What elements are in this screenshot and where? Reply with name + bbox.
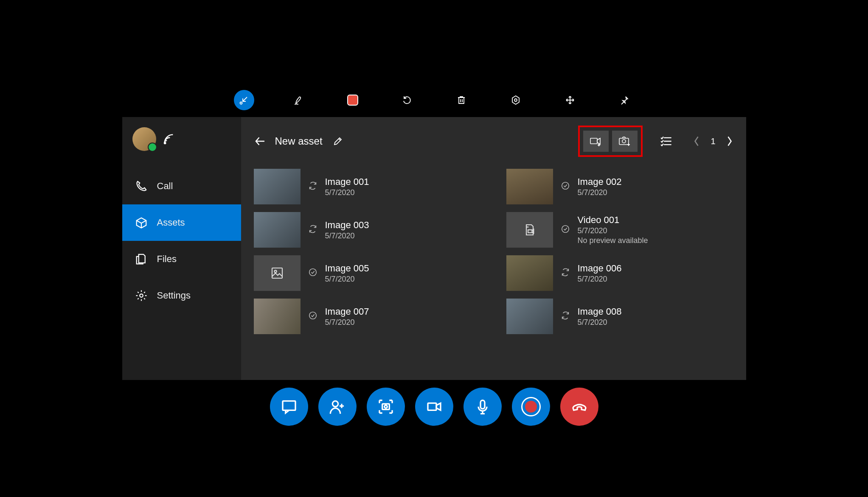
nav-label: Assets	[157, 217, 185, 228]
asset-date: 5/7/2020	[578, 188, 622, 197]
move-tool-button[interactable]	[560, 90, 580, 110]
asset-item[interactable]: Image 0025/7/2020	[506, 169, 733, 204]
asset-item[interactable]: Image 0055/7/2020	[254, 255, 481, 291]
page-title: New asset	[275, 135, 323, 147]
asset-item[interactable]: Video 0015/7/2020No preview available	[506, 212, 733, 248]
prev-page-button[interactable]	[693, 135, 700, 147]
svg-point-11	[274, 270, 276, 272]
nav-item-call[interactable]: Call	[122, 168, 241, 204]
svg-point-2	[164, 142, 166, 144]
record-button[interactable]	[512, 388, 550, 426]
ink-pen-icon	[293, 95, 303, 105]
capture-buttons-highlight	[578, 126, 643, 157]
undo-tool-button[interactable]	[397, 90, 417, 110]
stop-tool-button[interactable]	[343, 90, 363, 110]
stop-icon	[347, 95, 358, 106]
mic-toggle-button[interactable]	[463, 388, 502, 426]
nav-item-settings[interactable]: Settings	[122, 277, 241, 314]
asset-thumbnail	[254, 255, 301, 291]
asset-item[interactable]: Image 0035/7/2020	[254, 212, 481, 248]
asset-date: 5/7/2020	[325, 232, 369, 240]
back-button[interactable]	[254, 135, 267, 148]
asset-item[interactable]: Image 0065/7/2020	[506, 255, 733, 291]
chat-button[interactable]	[270, 388, 308, 426]
asset-thumbnail	[254, 212, 301, 248]
settings-tool-button[interactable]	[506, 90, 526, 110]
asset-item[interactable]: Image 0015/7/2020	[254, 169, 481, 204]
nav-item-assets[interactable]: Assets	[122, 204, 241, 241]
trash-icon	[456, 95, 466, 105]
collapse-tool-button[interactable]	[234, 90, 254, 110]
svg-rect-18	[428, 403, 436, 410]
gear-icon	[135, 289, 148, 302]
asset-date: 5/7/2020	[578, 226, 648, 235]
add-participant-button[interactable]	[318, 388, 357, 426]
asset-name: Image 001	[325, 176, 369, 187]
add-photo-button[interactable]	[612, 131, 638, 152]
package-icon	[135, 216, 148, 229]
svg-point-12	[309, 269, 316, 276]
asset-thumbnail	[506, 255, 553, 291]
asset-name: Image 005	[325, 263, 369, 274]
svg-point-9	[562, 226, 569, 233]
asset-name: Image 003	[325, 220, 369, 231]
svg-rect-8	[528, 230, 532, 233]
asset-thumbnail	[254, 299, 301, 334]
asset-meta: Image 0085/7/2020	[578, 306, 622, 327]
nav-item-files[interactable]: Files	[122, 241, 241, 277]
person-plus-icon	[329, 398, 346, 415]
collapse-arrow-icon	[239, 95, 249, 105]
done-status-icon	[308, 268, 317, 279]
asset-name: Image 007	[325, 306, 369, 317]
video-toggle-button[interactable]	[415, 388, 453, 426]
sync-status-icon	[561, 268, 570, 279]
page-number: 1	[711, 137, 715, 146]
pager: 1	[693, 135, 733, 147]
content-area: New asset 1	[241, 117, 746, 380]
nav-label: Call	[157, 181, 173, 192]
add-video-button[interactable]	[583, 131, 609, 152]
asset-note: No preview available	[578, 236, 648, 245]
svg-point-1	[514, 99, 517, 101]
files-icon	[135, 253, 148, 265]
move-arrows-icon	[565, 95, 575, 105]
asset-thumbnail	[506, 212, 553, 248]
signal-strength-icon	[163, 133, 175, 145]
camera-frame-icon	[377, 398, 394, 415]
call-controls-bar	[122, 388, 746, 426]
svg-point-13	[309, 312, 316, 319]
hexagon-gear-icon	[511, 95, 521, 105]
record-icon	[521, 397, 541, 416]
asset-meta: Image 0035/7/2020	[325, 220, 369, 240]
list-view-toggle[interactable]	[660, 136, 672, 146]
next-page-button[interactable]	[726, 135, 733, 147]
sync-status-icon	[561, 311, 570, 322]
nav-list: Call Assets Files Settings	[122, 168, 241, 314]
asset-date: 5/7/2020	[325, 318, 369, 327]
svg-rect-14	[283, 401, 295, 410]
delete-tool-button[interactable]	[451, 90, 472, 110]
asset-meta: Image 0065/7/2020	[578, 263, 622, 284]
asset-thumbnail	[254, 169, 301, 204]
done-status-icon	[561, 224, 570, 235]
content-header: New asset 1	[241, 117, 746, 165]
pin-tool-button[interactable]	[614, 90, 635, 110]
snapshot-button[interactable]	[367, 388, 405, 426]
svg-rect-10	[272, 268, 282, 278]
asset-name: Image 006	[578, 263, 622, 274]
asset-item[interactable]: Image 0075/7/2020	[254, 299, 481, 334]
user-avatar[interactable]	[132, 127, 156, 151]
svg-point-0	[240, 102, 242, 104]
asset-name: Image 008	[578, 306, 622, 317]
asset-item[interactable]: Image 0085/7/2020	[506, 299, 733, 334]
chat-icon	[281, 398, 298, 415]
asset-date: 5/7/2020	[578, 318, 622, 327]
svg-rect-19	[480, 400, 485, 409]
asset-grid: Image 0015/7/2020Image 0025/7/2020Image …	[241, 165, 746, 380]
ink-tool-button[interactable]	[288, 90, 309, 110]
hangup-button[interactable]	[560, 388, 598, 426]
asset-meta: Image 0015/7/2020	[325, 176, 369, 197]
edit-title-button[interactable]	[333, 136, 343, 146]
done-status-icon	[561, 181, 570, 192]
asset-meta: Video 0015/7/2020No preview available	[578, 215, 648, 245]
